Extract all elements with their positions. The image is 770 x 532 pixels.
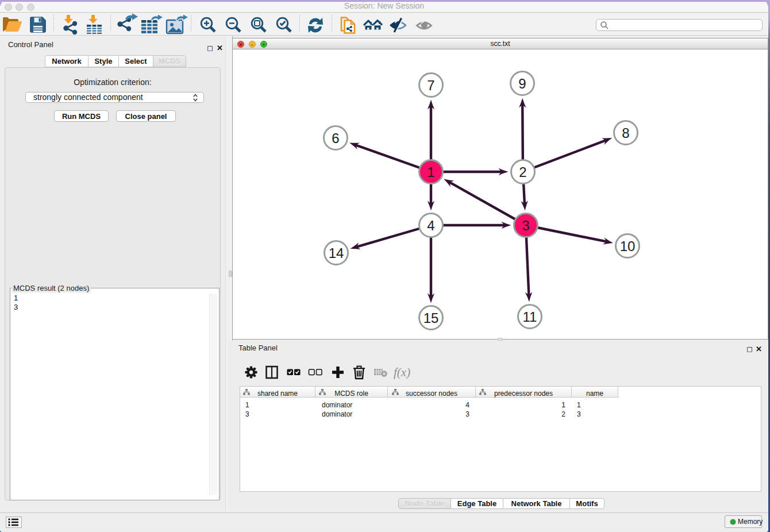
svg-text:11: 11 [523, 309, 537, 325]
svg-text:8: 8 [622, 125, 629, 141]
svg-text:3: 3 [522, 218, 529, 233]
svg-text:f(x): f(x) [394, 365, 410, 379]
svg-text:7: 7 [427, 78, 434, 93]
svg-text:14: 14 [329, 245, 344, 261]
svg-text:2: 2 [519, 164, 526, 180]
svg-text:1: 1 [427, 164, 434, 180]
svg-text:10: 10 [620, 238, 636, 254]
svg-text:4: 4 [427, 218, 434, 233]
svg-text:15: 15 [424, 310, 439, 326]
svg-text:9: 9 [518, 76, 526, 91]
svg-text:6: 6 [332, 130, 339, 146]
